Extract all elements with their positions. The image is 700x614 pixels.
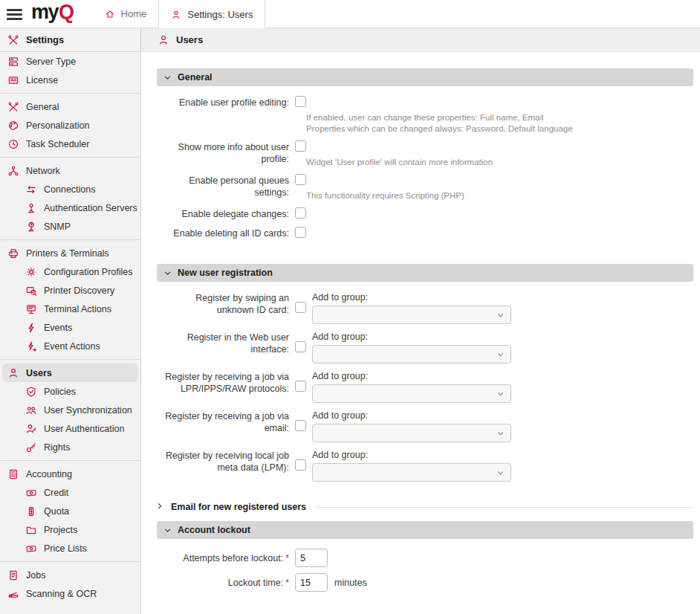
section-body-general: Enable user profile editing: If enabled,… bbox=[157, 86, 693, 255]
sidebar-item-projects[interactable]: Projects bbox=[0, 520, 140, 539]
person-icon bbox=[171, 10, 181, 20]
attempts-before-lockout-input[interactable] bbox=[295, 549, 328, 567]
gear-icon bbox=[25, 266, 37, 278]
printer-icon bbox=[7, 248, 19, 259]
server-icon bbox=[7, 56, 19, 68]
section-header-new-user-registration[interactable]: New user registration bbox=[157, 264, 693, 282]
person-icon bbox=[7, 367, 19, 379]
checkbox-register-by-receiving-a-job-via-lpr-ipps-raw-protocols[interactable] bbox=[295, 381, 306, 392]
chevron-down-icon bbox=[496, 311, 505, 320]
settings-row-show-more-info-about-user-profile: Show more info about user profile: Widge… bbox=[157, 140, 693, 168]
checkbox-show-more-info-about-user-profile[interactable] bbox=[295, 140, 306, 152]
sidebar-item-personalization[interactable]: Personalization bbox=[0, 116, 140, 135]
sidebar-item-authentication-servers[interactable]: Authentication Servers bbox=[0, 198, 140, 217]
checkbox-register-by-swiping-an-unknown-id-card[interactable] bbox=[295, 302, 306, 313]
section-header-account-lockout[interactable]: Account lockout bbox=[157, 521, 693, 539]
required-asterisk: * bbox=[285, 578, 289, 588]
sidebar-item-configuration-profiles[interactable]: Configuration Profiles bbox=[0, 262, 140, 281]
sidebar-item-accounting[interactable]: Accounting bbox=[0, 465, 140, 483]
key-icon bbox=[25, 442, 37, 453]
folder-icon bbox=[25, 524, 37, 536]
tools-icon bbox=[7, 34, 19, 46]
chevron-down-icon bbox=[496, 350, 505, 360]
sidebar-item-credit[interactable]: Credit bbox=[0, 483, 140, 502]
lightning-arrow-icon bbox=[25, 340, 37, 352]
chevron-down-icon bbox=[496, 468, 505, 478]
sidebar-item-quota[interactable]: Quota bbox=[0, 502, 140, 520]
calculator-icon bbox=[7, 468, 19, 480]
tab-strip: HomeSettings: Users bbox=[93, 0, 266, 28]
sidebar-item-jobs[interactable]: Jobs bbox=[0, 566, 140, 584]
checkbox-enable-personal-queues-settings[interactable] bbox=[295, 174, 306, 185]
terminal-icon bbox=[25, 303, 37, 315]
sidebar-item-scanning-ocr[interactable]: Scanning & OCR bbox=[0, 584, 140, 603]
sidebar-item-license[interactable]: License bbox=[0, 71, 140, 89]
hamburger-menu-icon[interactable] bbox=[7, 9, 22, 20]
settings-row-enable-user-profile-editing: Enable user profile editing: If enabled,… bbox=[157, 96, 693, 135]
subsection-email-for-new-registered-users[interactable]: Email for new registered users bbox=[157, 502, 693, 512]
sidebar-divider bbox=[0, 460, 140, 461]
settings-row-register-by-receiving-a-job-via-email: Register by receiving a job via email: A… bbox=[157, 410, 693, 442]
checkbox-enable-user-profile-editing[interactable] bbox=[295, 96, 306, 107]
settings-row-attempts-before-lockout: Attempts before lockout:* bbox=[157, 549, 693, 567]
sidebar-item-printers-terminals[interactable]: Printers & Terminals bbox=[0, 244, 140, 262]
checkbox-enable-delegate-changes[interactable] bbox=[295, 207, 306, 219]
checkbox-register-by-receiving-a-job-via-email[interactable] bbox=[295, 420, 306, 431]
sidebar-item-connections[interactable]: Connections bbox=[0, 180, 140, 198]
sidebar-item-network[interactable]: Network bbox=[0, 161, 140, 180]
person-key-icon bbox=[25, 423, 37, 435]
sidebar-item-snmp[interactable]: SNMP bbox=[0, 217, 140, 236]
sidebar-item-user-authentication[interactable]: User Authentication bbox=[0, 419, 140, 438]
page-title-bar: Users bbox=[141, 28, 700, 52]
lightning-icon bbox=[25, 322, 37, 334]
tools-icon bbox=[7, 101, 19, 113]
logo-q: Q bbox=[59, 2, 74, 22]
tab-settings-users[interactable]: Settings: Users bbox=[158, 0, 265, 29]
clock-icon bbox=[7, 138, 19, 150]
lockout-time-input[interactable] bbox=[295, 573, 328, 592]
checkbox-register-in-the-web-user-interface[interactable] bbox=[295, 341, 306, 352]
chevron-down-icon bbox=[496, 429, 505, 439]
section-header-general[interactable]: General bbox=[157, 68, 693, 86]
help-text: If enabled, user can change these proper… bbox=[306, 112, 573, 135]
sidebar-item-task-scheduler[interactable]: Task Scheduler bbox=[0, 135, 140, 153]
scanner-icon bbox=[7, 588, 19, 600]
sidebar-item-users[interactable]: Users bbox=[2, 363, 138, 382]
tab-home[interactable]: Home bbox=[93, 0, 159, 28]
network-icon bbox=[7, 165, 19, 177]
palette-icon bbox=[7, 120, 19, 132]
add-to-group-select[interactable] bbox=[312, 384, 511, 403]
sidebar-item-policies[interactable]: Policies bbox=[0, 382, 140, 401]
home-icon bbox=[105, 9, 115, 19]
add-to-group-select[interactable] bbox=[312, 463, 511, 482]
add-to-group-select[interactable] bbox=[312, 306, 511, 324]
required-asterisk: * bbox=[285, 553, 289, 563]
settings-row-lockout-time: Lockout time:* minutes bbox=[157, 573, 693, 592]
add-to-group-select[interactable] bbox=[312, 345, 511, 363]
sidebar-item-server-type[interactable]: Server Type bbox=[0, 52, 140, 71]
sidebar-item-price-lists[interactable]: Price Lists bbox=[0, 539, 140, 558]
license-icon bbox=[7, 74, 19, 86]
add-to-group-select[interactable] bbox=[312, 424, 511, 442]
settings-row-register-by-receiving-a-job-via-lpr-ipps-raw-protocols: Register by receiving a job via LPR/IPPS… bbox=[157, 370, 693, 403]
sidebar-item-rights[interactable]: Rights bbox=[0, 438, 140, 456]
sidebar-item-printer-discovery[interactable]: Printer Discovery bbox=[0, 281, 140, 300]
sidebar-divider bbox=[0, 561, 140, 562]
section-body-new-user-registration: Register by swiping an unknown ID card: … bbox=[157, 282, 693, 497]
checkbox-enable-deleting-all-id-cards[interactable] bbox=[295, 227, 306, 238]
sidebar-divider bbox=[0, 93, 140, 94]
people-icon bbox=[25, 404, 37, 416]
sidebar-item-event-actions[interactable]: Event Actions bbox=[0, 337, 140, 355]
traffic-light-icon bbox=[25, 505, 37, 517]
sidebar-title: Settings bbox=[0, 28, 140, 52]
checkbox-register-by-receiving-local-job-meta-data-lpm[interactable] bbox=[295, 459, 306, 471]
shield-check-icon bbox=[25, 386, 37, 398]
sidebar-item-user-synchronization[interactable]: User Synchronization bbox=[0, 401, 140, 419]
settings-content: General Enable user profile editing: If … bbox=[141, 52, 700, 614]
sidebar-item-events[interactable]: Events bbox=[0, 318, 140, 337]
sidebar-item-general[interactable]: General bbox=[0, 97, 140, 116]
sidebar-item-terminal-actions[interactable]: Terminal Actions bbox=[0, 300, 140, 318]
logo-my: my bbox=[31, 2, 58, 22]
section-body-account-lockout: Attempts before lockout:* Lockout time:*… bbox=[157, 539, 693, 607]
settings-row-enable-deleting-all-id-cards: Enable deleting all ID cards: bbox=[157, 227, 693, 240]
